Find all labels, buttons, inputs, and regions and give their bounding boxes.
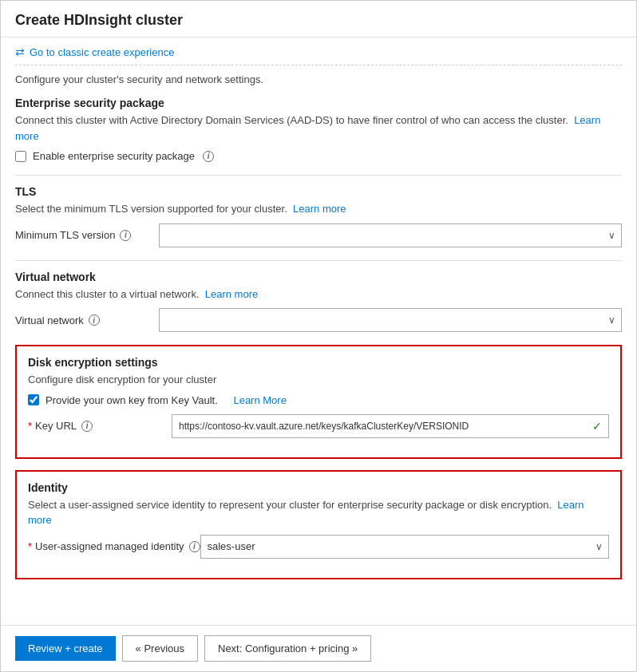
- enterprise-security-info-icon[interactable]: i: [203, 151, 214, 162]
- classic-link-row: ⇄ Go to classic create experience: [15, 38, 622, 65]
- disk-encryption-desc: Configure disk encryption for your clust…: [28, 372, 609, 388]
- page-header: Create HDInsight cluster: [1, 1, 636, 38]
- tls-section: TLS Select the minimum TLS version suppo…: [15, 185, 622, 247]
- previous-button[interactable]: « Previous: [122, 635, 198, 662]
- identity-select[interactable]: sales-user: [200, 535, 610, 559]
- classic-link[interactable]: Go to classic create experience: [30, 46, 174, 58]
- tls-field-control: TLS 1.0 TLS 1.1 TLS 1.2: [159, 223, 622, 247]
- page-footer: Review + create « Previous Next: Configu…: [1, 625, 636, 671]
- enterprise-security-title: Enterprise security package: [15, 97, 622, 109]
- virtual-network-desc: Connect this cluster to a virtual networ…: [15, 287, 622, 302]
- enterprise-security-desc: Connect this cluster with Active Directo…: [15, 113, 622, 144]
- refresh-icon: ⇄: [15, 45, 25, 58]
- virtual-network-field-control: [159, 308, 622, 332]
- virtual-network-field-row: Virtual network i: [15, 308, 622, 332]
- disk-encryption-learn-more[interactable]: Learn More: [233, 394, 286, 406]
- virtual-network-title: Virtual network: [15, 271, 622, 283]
- page-container: Create HDInsight cluster ⇄ Go to classic…: [0, 0, 637, 672]
- identity-select-wrapper: sales-user: [200, 535, 610, 559]
- virtual-network-field-label: Virtual network i: [15, 314, 159, 326]
- virtual-network-select[interactable]: [159, 308, 622, 332]
- enterprise-security-checkbox-label[interactable]: Enable enterprise security package: [33, 150, 195, 162]
- tls-field-row: Minimum TLS version i TLS 1.0 TLS 1.1 TL…: [15, 223, 622, 247]
- review-create-button[interactable]: Review + create: [15, 636, 116, 661]
- disk-encryption-section: Disk encryption settings Configure disk …: [15, 345, 622, 459]
- tls-select-wrapper: TLS 1.0 TLS 1.1 TLS 1.2: [159, 223, 622, 247]
- key-url-info-icon[interactable]: i: [81, 421, 93, 432]
- identity-field-control: sales-user: [200, 535, 610, 559]
- key-url-field-row: * Key URL i https://contoso-kv.vault.azu…: [28, 414, 609, 438]
- virtual-network-info-icon[interactable]: i: [89, 314, 100, 326]
- virtual-network-learn-more[interactable]: Learn more: [205, 288, 258, 300]
- key-url-display: https://contoso-kv.vault.azure.net/keys/…: [172, 414, 609, 438]
- disk-encryption-checkbox[interactable]: [28, 394, 39, 405]
- tls-title: TLS: [15, 185, 622, 198]
- identity-info-icon[interactable]: i: [189, 541, 200, 552]
- disk-encryption-title: Disk encryption settings: [28, 356, 609, 369]
- divider-2: [15, 260, 622, 261]
- page-title: Create HDInsight cluster: [15, 12, 622, 29]
- enterprise-security-checkbox-row: Enable enterprise security package i: [15, 150, 622, 162]
- tls-field-label: Minimum TLS version i: [15, 229, 159, 241]
- disk-encryption-checkbox-label[interactable]: Provide your own key from Key Vault.: [46, 394, 218, 406]
- tls-info-icon[interactable]: i: [120, 230, 131, 241]
- key-url-field-control: https://contoso-kv.vault.azure.net/keys/…: [172, 414, 609, 438]
- virtual-network-section: Virtual network Connect this cluster to …: [15, 271, 622, 333]
- key-url-value: https://contoso-kv.vault.azure.net/keys/…: [179, 421, 586, 432]
- identity-section: Identity Select a user-assigned service …: [15, 470, 622, 579]
- key-url-field-label: * Key URL i: [28, 420, 172, 432]
- page-body: ⇄ Go to classic create experience Config…: [1, 38, 636, 625]
- key-url-valid-icon: ✓: [592, 420, 602, 433]
- next-button[interactable]: Next: Configuration + pricing »: [204, 635, 371, 662]
- enterprise-security-checkbox[interactable]: [15, 151, 26, 162]
- tls-version-select[interactable]: TLS 1.0 TLS 1.1 TLS 1.2: [159, 223, 622, 247]
- identity-field-label: * User-assigned managed identity i: [28, 540, 200, 552]
- disk-encryption-checkbox-row: Provide your own key from Key Vault. Lea…: [28, 394, 609, 406]
- identity-title: Identity: [28, 481, 609, 494]
- divider-1: [15, 175, 622, 176]
- identity-desc: Select a user-assigned service identity …: [28, 497, 609, 528]
- page-subtitle: Configure your cluster's security and ne…: [15, 73, 622, 85]
- virtual-network-select-wrapper: [159, 308, 622, 332]
- identity-field-row: * User-assigned managed identity i sales…: [28, 535, 609, 559]
- enterprise-security-section: Enterprise security package Connect this…: [15, 97, 622, 162]
- tls-desc: Select the minimum TLS version supported…: [15, 201, 622, 217]
- tls-learn-more[interactable]: Learn more: [293, 203, 346, 215]
